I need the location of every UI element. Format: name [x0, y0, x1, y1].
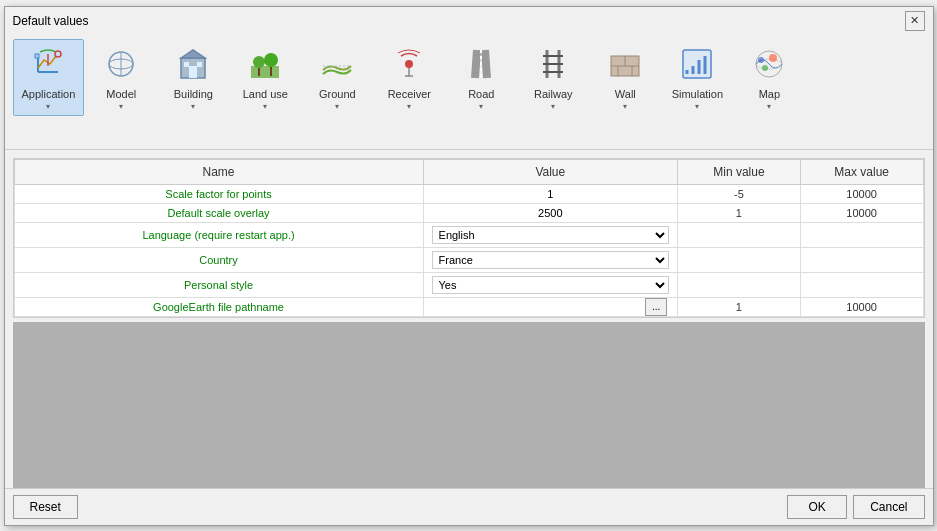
toolbar-item-application[interactable]: Application ▾: [13, 39, 85, 116]
toolbar-label-railway: Railway: [534, 88, 573, 100]
ok-button[interactable]: OK: [787, 495, 847, 519]
row-value-3[interactable]: FranceGermanyUnited KingdomSpainItaly: [423, 247, 678, 272]
toolbar-arrow-road: ▾: [479, 102, 483, 111]
toolbar-arrow-land-use: ▾: [263, 102, 267, 111]
table-row: Scale factor for points -5 10000: [14, 184, 923, 203]
toolbar-arrow-receiver: ▾: [407, 102, 411, 111]
svg-rect-10: [189, 66, 197, 78]
toolbar-item-simulation[interactable]: Simulation ▾: [662, 39, 732, 116]
row-name-3: Country: [14, 247, 423, 272]
col-name: Name: [14, 159, 423, 184]
toolbar-label-model: Model: [106, 88, 136, 100]
toolbar-arrow-model: ▾: [119, 102, 123, 111]
model-icon: [101, 44, 141, 84]
svg-point-39: [762, 65, 768, 71]
value-select-3[interactable]: FranceGermanyUnited KingdomSpainItaly: [432, 251, 670, 269]
svg-point-38: [769, 54, 777, 62]
row-min-0: -5: [678, 184, 801, 203]
browse-input-5[interactable]: [432, 301, 670, 313]
cancel-button[interactable]: Cancel: [853, 495, 924, 519]
toolbar-item-building[interactable]: Building ▾: [158, 39, 228, 116]
row-min-5: 1: [678, 297, 801, 316]
svg-rect-12: [197, 62, 202, 67]
toolbar-item-railway[interactable]: Railway ▾: [518, 39, 588, 116]
row-value-2[interactable]: EnglishFrenchGermanSpanish: [423, 222, 678, 247]
toolbar-arrow-map: ▾: [767, 102, 771, 111]
row-min-2: [678, 222, 801, 247]
row-value-1[interactable]: [423, 203, 678, 222]
building-icon: [173, 44, 213, 84]
table-row: Personal style YesNo: [14, 272, 923, 297]
svg-rect-11: [184, 62, 189, 67]
land-use-icon: [245, 44, 285, 84]
row-max-3: [800, 247, 923, 272]
close-button[interactable]: ✕: [905, 11, 925, 31]
application-icon: [28, 44, 68, 84]
reset-button[interactable]: Reset: [13, 495, 78, 519]
toolbar-label-land-use: Land use: [243, 88, 288, 100]
table-container: Name Value Min value Max value Scale fac…: [13, 158, 925, 318]
wall-icon: [605, 44, 645, 84]
railway-icon: [533, 44, 573, 84]
row-value-4[interactable]: YesNo: [423, 272, 678, 297]
row-max-4: [800, 272, 923, 297]
toolbar-arrow-railway: ▾: [551, 102, 555, 111]
toolbar-label-receiver: Receiver: [388, 88, 431, 100]
row-min-4: [678, 272, 801, 297]
toolbar-label-ground: Ground: [319, 88, 356, 100]
properties-table: Name Value Min value Max value Scale fac…: [14, 159, 924, 317]
value-select-4[interactable]: YesNo: [432, 276, 670, 294]
value-input-0[interactable]: [432, 188, 670, 200]
col-max: Max value: [800, 159, 923, 184]
row-max-5: 10000: [800, 297, 923, 316]
svg-point-16: [264, 53, 278, 67]
row-max-0: 10000: [800, 184, 923, 203]
receiver-icon: [389, 44, 429, 84]
row-value-0[interactable]: [423, 184, 678, 203]
row-name-4: Personal style: [14, 272, 423, 297]
table-row: GoogleEarth file pathname ... 1 10000: [14, 297, 923, 316]
toolbar-item-land-use[interactable]: Land use ▾: [230, 39, 300, 116]
row-name-1: Default scale overlay: [14, 203, 423, 222]
toolbar-item-ground[interactable]: Ground ▾: [302, 39, 372, 116]
row-value-5[interactable]: ...: [423, 297, 678, 316]
toolbar-item-map[interactable]: Map ▾: [734, 39, 804, 116]
toolbar-item-model[interactable]: Model ▾: [86, 39, 156, 116]
toolbar-item-receiver[interactable]: Receiver ▾: [374, 39, 444, 116]
svg-rect-3: [35, 54, 39, 58]
ground-icon: [317, 44, 357, 84]
svg-rect-13: [251, 66, 279, 78]
empty-area: [13, 322, 925, 488]
svg-point-18: [405, 60, 413, 68]
toolbar: Application ▾ Model ▾ Building ▾: [5, 35, 933, 150]
value-input-1[interactable]: [432, 207, 670, 219]
road-icon: [461, 44, 501, 84]
toolbar-item-wall[interactable]: Wall ▾: [590, 39, 660, 116]
toolbar-arrow-wall: ▾: [623, 102, 627, 111]
value-select-2[interactable]: EnglishFrenchGermanSpanish: [432, 226, 670, 244]
table-row: Country FranceGermanyUnited KingdomSpain…: [14, 247, 923, 272]
table-row: Language (require restart app.) EnglishF…: [14, 222, 923, 247]
content-area: Name Value Min value Max value Scale fac…: [5, 150, 933, 488]
title-bar: Default values ✕: [5, 7, 933, 35]
footer-right: OK Cancel: [787, 495, 924, 519]
toolbar-label-map: Map: [759, 88, 780, 100]
table-row: Default scale overlay 1 10000: [14, 203, 923, 222]
toolbar-label-application: Application: [22, 88, 76, 100]
footer: Reset OK Cancel: [5, 488, 933, 525]
toolbar-item-road[interactable]: Road ▾: [446, 39, 516, 116]
row-name-0: Scale factor for points: [14, 184, 423, 203]
col-min: Min value: [678, 159, 801, 184]
toolbar-arrow-ground: ▾: [335, 102, 339, 111]
toolbar-label-road: Road: [468, 88, 494, 100]
browse-button-5[interactable]: ...: [645, 298, 667, 316]
row-max-1: 10000: [800, 203, 923, 222]
toolbar-label-building: Building: [174, 88, 213, 100]
row-min-1: 1: [678, 203, 801, 222]
svg-point-14: [253, 56, 265, 68]
svg-point-4: [55, 51, 61, 57]
col-value: Value: [423, 159, 678, 184]
row-max-2: [800, 222, 923, 247]
svg-marker-9: [181, 50, 205, 58]
toolbar-arrow-application: ▾: [46, 102, 50, 111]
